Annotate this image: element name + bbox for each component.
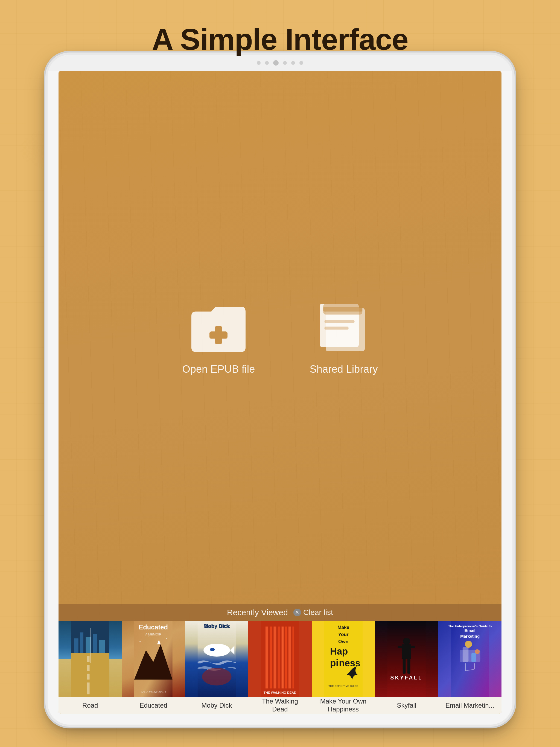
svg-text:Marketing: Marketing xyxy=(460,634,480,639)
svg-text:Your: Your xyxy=(338,632,348,637)
email-cover-design: The Entrepreneur's Guide to Email Market… xyxy=(438,621,502,697)
svg-point-27 xyxy=(166,638,167,639)
folder-add-icon xyxy=(188,301,249,355)
recently-viewed-bar: Recently Viewed ✕ Clear list xyxy=(58,604,502,621)
svg-point-67 xyxy=(465,641,472,648)
book-title-walking: The WalkingDead xyxy=(260,697,301,714)
book-item-educated[interactable]: Educated A MEMOIR TARA WESTOVER xyxy=(122,621,185,714)
book-cover-walking: THE WALKING DEAD xyxy=(248,621,311,697)
recently-viewed-label: Recently Viewed xyxy=(227,608,288,617)
svg-rect-12 xyxy=(86,637,91,653)
svg-point-31 xyxy=(203,644,230,656)
books-icon xyxy=(314,301,374,355)
svg-rect-15 xyxy=(71,653,109,697)
svg-rect-7 xyxy=(325,327,349,330)
book-item-moby[interactable]: Moby Dick Moby Dick xyxy=(185,621,248,714)
svg-text:Hap: Hap xyxy=(330,646,348,656)
svg-point-26 xyxy=(149,637,149,637)
svg-point-55 xyxy=(403,638,410,645)
clear-list-button[interactable]: ✕ Clear list xyxy=(294,608,333,617)
book-cover-happiness: Make Your Own Hap pi ness THE DEFINITIVE… xyxy=(312,621,375,697)
shared-library-button[interactable]: Shared Library xyxy=(309,301,378,375)
road-cover-design xyxy=(58,621,122,697)
svg-rect-11 xyxy=(80,633,83,653)
book-cover-moby: Moby Dick xyxy=(185,621,248,697)
svg-text:Email: Email xyxy=(464,628,475,633)
book-item-email[interactable]: The Entrepreneur's Guide to Email Market… xyxy=(438,621,502,714)
svg-text:pi: pi xyxy=(330,658,338,668)
book-cover-skyfall: SKYFALL xyxy=(375,621,438,697)
tablet-frame: Open EPUB file xyxy=(48,55,512,725)
book-title-happiness: Make Your Own Happiness xyxy=(312,697,375,714)
svg-text:Own: Own xyxy=(338,639,348,644)
svg-text:ness: ness xyxy=(339,658,360,668)
book-item-happiness[interactable]: Make Your Own Hap pi ness THE DEFINITIVE… xyxy=(312,621,375,714)
svg-rect-16 xyxy=(87,656,90,662)
svg-rect-57 xyxy=(407,659,410,674)
book-title-road: Road xyxy=(80,697,100,714)
page-title: A Simple Interface xyxy=(0,22,560,57)
svg-text:Educated: Educated xyxy=(139,624,168,631)
book-title-skyfall: Skyfall xyxy=(394,697,418,714)
svg-rect-19 xyxy=(87,682,90,694)
svg-point-25 xyxy=(140,641,141,642)
book-item-road[interactable]: Road xyxy=(58,621,122,714)
book-title-email: Email Marketin... xyxy=(443,697,497,714)
svg-rect-58 xyxy=(398,646,402,648)
svg-rect-5 xyxy=(323,307,362,312)
book-cover-email: The Entrepreneur's Guide to Email Market… xyxy=(438,621,502,697)
svg-text:Make: Make xyxy=(337,624,349,630)
clear-icon: ✕ xyxy=(294,609,301,616)
svg-text:THE WALKING DEAD: THE WALKING DEAD xyxy=(263,691,297,695)
svg-rect-66 xyxy=(462,647,468,662)
svg-text:SKYFALL: SKYFALL xyxy=(390,674,423,680)
book-item-skyfall[interactable]: SKYFALL Skyfall xyxy=(375,621,438,714)
shared-library-label: Shared Library xyxy=(309,363,378,375)
skyfall-cover-design: SKYFALL xyxy=(375,621,438,697)
svg-rect-10 xyxy=(74,639,78,653)
svg-rect-59 xyxy=(411,646,415,648)
svg-rect-56 xyxy=(403,659,406,674)
educated-cover-design: Educated A MEMOIR TARA WESTOVER xyxy=(122,621,185,697)
svg-point-33 xyxy=(210,648,215,651)
open-epub-button[interactable]: Open EPUB file xyxy=(182,301,255,375)
clear-list-text: Clear list xyxy=(303,608,333,617)
svg-rect-17 xyxy=(87,665,90,671)
svg-text:THE DEFINITIVE GUIDE: THE DEFINITIVE GUIDE xyxy=(328,685,358,687)
svg-point-34 xyxy=(202,668,232,686)
svg-text:A MEMOIR: A MEMOIR xyxy=(146,633,161,636)
open-epub-label: Open EPUB file xyxy=(182,363,255,375)
svg-text:Moby Dick: Moby Dick xyxy=(203,623,230,629)
book-cover-road xyxy=(58,621,122,697)
svg-rect-29 xyxy=(198,621,236,697)
book-item-walking-dead[interactable]: THE WALKING DEAD The WalkingDead xyxy=(248,621,311,714)
svg-text:TARA WESTOVER: TARA WESTOVER xyxy=(141,690,166,693)
svg-rect-1 xyxy=(209,331,228,338)
svg-rect-18 xyxy=(87,674,90,680)
books-shelf: Road xyxy=(58,621,502,714)
svg-rect-6 xyxy=(325,320,355,323)
svg-rect-14 xyxy=(99,640,105,653)
book-title-moby: Moby Dick xyxy=(199,697,234,714)
svg-rect-68 xyxy=(472,653,476,662)
happiness-cover-design: Make Your Own Hap pi ness THE DEFINITIVE… xyxy=(312,621,375,697)
svg-text:The Entrepreneur's Guide to: The Entrepreneur's Guide to xyxy=(448,624,492,628)
svg-point-69 xyxy=(475,649,480,654)
svg-rect-13 xyxy=(93,634,97,653)
book-title-educated: Educated xyxy=(137,697,169,714)
book-cover-educated: Educated A MEMOIR TARA WESTOVER xyxy=(122,621,185,697)
tablet-screen: Open EPUB file xyxy=(58,71,502,714)
moby-cover-design: Moby Dick xyxy=(185,621,248,697)
screen-main-area: Open EPUB file xyxy=(58,71,502,604)
svg-rect-54 xyxy=(402,644,411,659)
page-title-section: A Simple Interface xyxy=(0,0,560,73)
walking-cover-design: THE WALKING DEAD xyxy=(248,621,311,697)
